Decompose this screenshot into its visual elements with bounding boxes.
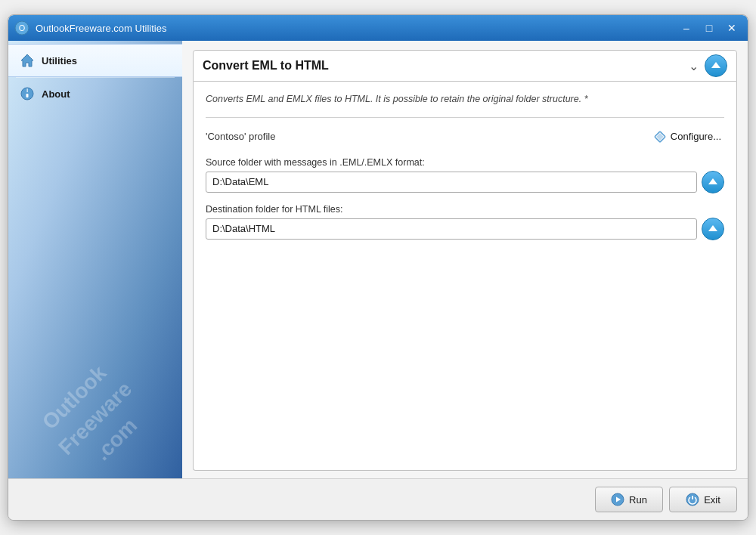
description-text: Converts EML and EMLX files to HTML. It … — [206, 92, 724, 107]
main-content: Utilities i About OutlookFreeware.com — [8, 41, 748, 478]
watermark: OutlookFreeware.com — [31, 354, 160, 478]
house-icon — [19, 52, 36, 69]
window-title: OutlookFreeware.com Utilities — [36, 23, 677, 34]
minimize-button[interactable]: – — [677, 20, 696, 36]
svg-rect-5 — [26, 94, 29, 97]
source-folder-group: Source folder with messages in .EML/.EML… — [206, 157, 724, 193]
upload-button[interactable] — [705, 54, 727, 77]
titlebar: O OutlookFreeware.com Utilities – □ ✕ — [8, 15, 748, 41]
svg-marker-9 — [708, 178, 717, 184]
svg-text:O: O — [19, 23, 26, 32]
about-label: About — [42, 88, 70, 100]
converter-title: Convert EML to HTML — [203, 59, 689, 73]
profile-row: 'Contoso' profile Configure... — [206, 128, 724, 145]
svg-text:i: i — [26, 87, 28, 94]
configure-button[interactable]: Configure... — [650, 128, 724, 145]
utilities-label: Utilities — [42, 55, 77, 66]
destination-folder-input[interactable] — [206, 218, 697, 240]
close-button[interactable]: ✕ — [722, 20, 742, 36]
app-icon: O — [14, 20, 29, 36]
svg-marker-2 — [21, 54, 33, 66]
exit-button[interactable]: Exit — [669, 487, 737, 512]
run-label: Run — [629, 494, 647, 506]
source-folder-label: Source folder with messages in .EML/.EML… — [206, 157, 724, 168]
sidebar-item-about[interactable]: i About — [8, 78, 182, 110]
destination-folder-browse-button[interactable] — [702, 218, 724, 240]
destination-folder-label: Destination folder for HTML files: — [206, 204, 724, 215]
run-play-icon — [611, 493, 624, 506]
maximize-button[interactable]: □ — [699, 20, 719, 36]
configure-diamond-icon — [653, 130, 667, 144]
separator — [206, 117, 724, 118]
destination-folder-row — [206, 218, 724, 240]
destination-folder-group: Destination folder for HTML files: — [206, 204, 724, 240]
sidebar-item-utilities[interactable]: Utilities — [8, 44, 182, 77]
source-folder-row — [206, 171, 724, 193]
exit-label: Exit — [704, 494, 720, 506]
run-button[interactable]: Run — [595, 487, 663, 512]
dropdown-arrow-icon[interactable]: ⌄ — [689, 59, 699, 73]
svg-marker-6 — [711, 62, 720, 68]
svg-rect-14 — [692, 496, 693, 499]
window-controls: – □ ✕ — [677, 20, 742, 36]
source-folder-input[interactable] — [206, 172, 697, 193]
content-box: Converts EML and EMLX files to HTML. It … — [193, 82, 737, 471]
app-window: O OutlookFreeware.com Utilities – □ ✕ Ut… — [8, 14, 748, 521]
info-icon: i — [19, 85, 36, 102]
profile-label: 'Contoso' profile — [206, 131, 275, 142]
bottom-bar: Run Exit — [8, 478, 748, 520]
exit-power-icon — [686, 493, 699, 506]
converter-header: Convert EML to HTML ⌄ — [193, 50, 737, 82]
right-panel: Convert EML to HTML ⌄ Converts EML and E… — [182, 41, 748, 478]
configure-label: Configure... — [671, 131, 721, 142]
sidebar: Utilities i About OutlookFreeware.com — [8, 41, 182, 478]
source-folder-browse-button[interactable] — [702, 171, 724, 193]
svg-marker-10 — [708, 225, 717, 231]
